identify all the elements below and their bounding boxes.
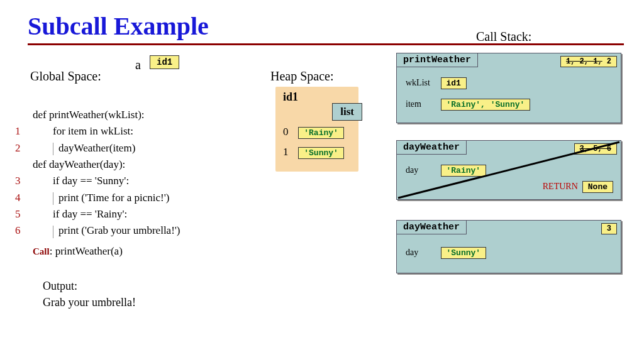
call-stack-label: Call Stack: bbox=[476, 30, 531, 44]
code-line: 3if day == 'Sunny': bbox=[30, 173, 180, 189]
return-value-box: None bbox=[582, 181, 613, 193]
heap-index: 1 bbox=[283, 146, 296, 158]
var-name: wkList bbox=[406, 78, 438, 88]
heap-type-box: list bbox=[332, 103, 362, 121]
frame-var: item 'Rainy', 'Sunny' bbox=[406, 99, 530, 111]
heap-item: 1 'Sunny' bbox=[283, 146, 344, 159]
var-name: day bbox=[406, 248, 438, 258]
line-number: 2 bbox=[15, 140, 21, 156]
code-line: 6print ('Grab your umbrella!') bbox=[30, 222, 180, 239]
var-value-box: 'Sunny' bbox=[441, 247, 487, 259]
output-label: Output: bbox=[43, 278, 136, 294]
code-line: 2dayWeather(item) bbox=[30, 140, 180, 156]
frame-line-counter: 3, 5, 6 bbox=[574, 143, 617, 155]
code-line: 5if day == 'Rainy': bbox=[30, 206, 180, 222]
heap-object: id1 list 0 'Rainy' 1 'Sunny' bbox=[275, 87, 358, 172]
line-number: 6 bbox=[15, 222, 21, 239]
heap-value-box: 'Rainy' bbox=[298, 127, 344, 139]
line-number: 3 bbox=[15, 173, 21, 189]
code-line: def dayWeather(day): bbox=[30, 156, 180, 173]
slide-title: Subcall Example bbox=[0, 0, 644, 43]
frame-return: RETURN None bbox=[543, 181, 613, 193]
code-line: def printWeather(wkList): bbox=[30, 107, 180, 123]
heap-value-box: 'Sunny' bbox=[298, 147, 344, 159]
var-value-box: 'Rainy' bbox=[441, 165, 487, 177]
var-name: day bbox=[406, 165, 438, 175]
code-line: 4print ('Time for a picnic!') bbox=[30, 190, 180, 206]
line-number: 1 bbox=[15, 123, 21, 140]
output-section: Output: Grab your umbrella! bbox=[43, 278, 136, 310]
frame-title: dayWeather bbox=[396, 220, 467, 234]
code-line: 1for item in wkList: bbox=[30, 123, 180, 140]
stack-frame-dayweather-1: dayWeather 3, 5, 6 day 'Rainy' RETURN No… bbox=[396, 140, 621, 200]
call-line: Call: printWeather(a) bbox=[30, 243, 180, 260]
line-number: 5 bbox=[15, 206, 21, 222]
line-number: 4 bbox=[15, 190, 21, 206]
var-value-box: 'Rainy', 'Sunny' bbox=[441, 99, 531, 111]
frame-var: day 'Sunny' bbox=[406, 247, 486, 259]
var-a-label: a bbox=[135, 58, 141, 72]
return-label: RETURN bbox=[543, 182, 578, 191]
frame-line-counter: 1, 2, 1, 2 bbox=[560, 56, 617, 67]
output-value: Grab your umbrella! bbox=[43, 294, 136, 310]
var-value-box: id1 bbox=[441, 77, 467, 89]
stack-frame-printweather: printWeather 1, 2, 1, 2 wkList id1 item … bbox=[396, 53, 621, 123]
frame-title: dayWeather bbox=[396, 140, 467, 155]
code-listing: def printWeather(wkList): 1for item in w… bbox=[30, 107, 180, 260]
stack-frame-dayweather-2: dayWeather 3 day 'Sunny' bbox=[396, 220, 621, 273]
call-label: Call bbox=[33, 246, 50, 256]
var-a-value-box: id1 bbox=[150, 55, 179, 69]
frame-title: printWeather bbox=[396, 53, 478, 67]
heap-id-label: id1 bbox=[279, 90, 355, 104]
var-name: item bbox=[406, 99, 438, 109]
title-divider bbox=[28, 43, 624, 45]
heap-index: 0 bbox=[283, 126, 296, 138]
global-space-label: Global Space: bbox=[30, 69, 101, 84]
heap-item: 0 'Rainy' bbox=[283, 126, 344, 139]
frame-var: day 'Rainy' bbox=[406, 165, 486, 177]
frame-var: wkList id1 bbox=[406, 77, 467, 89]
heap-space-label: Heap Space: bbox=[270, 69, 334, 84]
frame-line-counter: 3 bbox=[601, 223, 617, 234]
